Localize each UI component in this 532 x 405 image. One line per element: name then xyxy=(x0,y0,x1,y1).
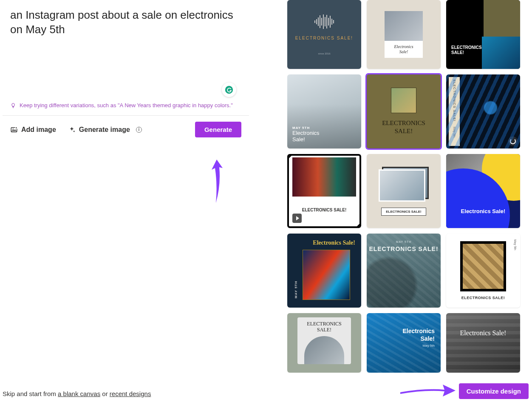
template-tile[interactable]: Electronics Sale! xyxy=(446,154,520,228)
template-tile[interactable]: ELECTRONICS SALE! xyxy=(367,154,441,228)
tile-title: ElectronicsSale! xyxy=(292,130,320,143)
generate-image-label: Generate image xyxy=(79,126,130,134)
template-tile[interactable]: May 5th ELECTRONICS SALE! xyxy=(446,234,520,308)
tile-title: Electronics xyxy=(403,328,435,334)
tile-date: MAY 5TH xyxy=(292,126,310,130)
template-tile[interactable]: ELECTRONICS SALE! xyxy=(287,154,361,228)
lightbulb-icon xyxy=(10,103,16,108)
template-tile[interactable]: ELECTRONICSSALE! xyxy=(287,313,361,373)
generate-button-label: Generate xyxy=(204,126,232,133)
template-tile[interactable]: MAY 5TH ElectronicsSale! xyxy=(287,74,361,148)
add-image-label: Add image xyxy=(21,126,56,134)
tile-date: May 5th xyxy=(423,344,435,348)
tile-image xyxy=(379,169,425,202)
play-icon xyxy=(292,214,302,223)
tile-title: ELECTRONICS SALE! xyxy=(461,296,505,300)
tile-sub: since 2016 xyxy=(318,52,330,55)
recent-designs-link[interactable]: recent designs xyxy=(110,390,151,397)
generate-button[interactable]: Generate xyxy=(195,122,241,137)
annotation-arrow-customize xyxy=(400,382,456,399)
tile-title: Electronics Sale! xyxy=(313,240,355,246)
tile-title: ELECTRONICSSALE! xyxy=(307,321,341,333)
image-plus-icon xyxy=(10,126,18,134)
hint-row: Keep trying different variations, such a… xyxy=(10,101,241,109)
tile-image xyxy=(292,157,356,197)
blank-canvas-link[interactable]: a blank canvas xyxy=(58,390,100,397)
soundwave-icon xyxy=(314,14,334,29)
template-tile[interactable]: MAY 5TH ELECTRONICS SALE! xyxy=(367,234,441,308)
tile-title: ELECTRONICS SALE! xyxy=(381,208,426,216)
tile-date: May 5th xyxy=(453,127,456,137)
tile-image xyxy=(391,88,416,113)
template-tile[interactable]: ELECTRONICS SALE! since 2016 xyxy=(287,0,361,69)
tile-title: ELECTRONICS SALE! xyxy=(367,245,441,252)
loading-icon xyxy=(508,137,518,146)
generate-image-button[interactable]: Generate image i xyxy=(68,126,142,134)
action-bar: Add image Generate image i Generate xyxy=(10,116,241,142)
tile-title: ELECTRONICS SALE! xyxy=(453,80,456,122)
template-tile[interactable]: Electronics Sale! xyxy=(446,313,520,373)
annotation-arrow-generate xyxy=(208,155,229,206)
tile-date: MAY 5TH xyxy=(367,240,441,243)
template-tile-selected[interactable]: ELECTRONICSSALE! xyxy=(367,74,441,148)
prompt-card: an Instagram post about a sale on electr… xyxy=(3,0,249,146)
tile-image xyxy=(304,336,344,364)
prompt-text-value: an Instagram post about a sale on electr… xyxy=(10,9,233,36)
hint-text: Keep trying different variations, such a… xyxy=(20,102,233,108)
template-grid: ELECTRONICS SALE! since 2016 Electronics… xyxy=(287,0,525,373)
tile-image xyxy=(385,11,423,41)
tile-date: MAY 5TH xyxy=(294,281,298,298)
customize-design-label: Customize design xyxy=(467,388,521,395)
tile-image xyxy=(482,37,520,69)
customize-design-button[interactable]: Customize design xyxy=(459,383,529,399)
template-tile[interactable]: ELECTRONICS SALE! May 5th xyxy=(446,74,520,148)
template-tile[interactable]: ElectronicsSale! xyxy=(367,0,441,69)
svg-point-0 xyxy=(225,86,233,94)
tile-title: ELECTRONICSSALE! xyxy=(382,119,425,135)
svg-point-2 xyxy=(13,128,14,129)
tile-date: May 5th xyxy=(514,240,517,250)
tile-title: ElectronicsSale! xyxy=(394,44,413,54)
sparkle-icon xyxy=(68,126,76,134)
tile-image xyxy=(303,250,350,300)
tile-title: Electronics Sale! xyxy=(446,208,520,214)
tile-title: Electronics Sale! xyxy=(446,329,520,337)
footer-skip-text: Skip and start from a blank canvas or re… xyxy=(3,390,151,397)
template-tile[interactable]: Electronics Sale! MAY 5TH xyxy=(287,234,361,308)
add-image-button[interactable]: Add image xyxy=(10,126,56,134)
prompt-textarea[interactable]: an Instagram post about a sale on electr… xyxy=(10,8,241,93)
tile-title: ELECTRONICSSALE! xyxy=(451,45,482,55)
tile-title-2: Sale! xyxy=(421,335,435,342)
tile-image xyxy=(460,241,506,291)
template-tile[interactable]: Electronics Sale! May 5th xyxy=(367,313,441,373)
template-tile[interactable]: ELECTRONICSSALE! xyxy=(446,0,520,69)
grammarly-icon[interactable] xyxy=(222,83,236,97)
tile-title: ELECTRONICS SALE! xyxy=(289,208,359,212)
info-icon[interactable]: i xyxy=(136,127,142,133)
tile-title: ELECTRONICS SALE! xyxy=(295,36,353,40)
